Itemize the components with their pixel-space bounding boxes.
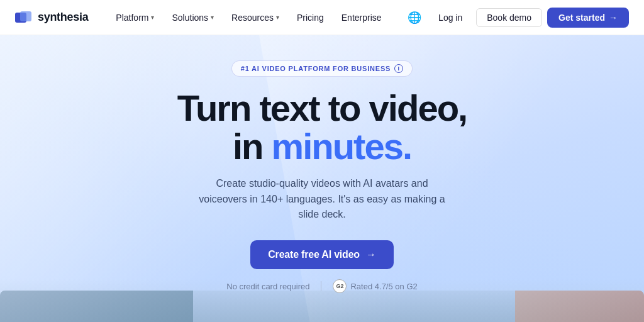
trust-bar: No credit card required G2 Rated 4.7/5 o… bbox=[226, 279, 417, 293]
trust-divider bbox=[321, 281, 321, 291]
globe-icon[interactable]: 🌐 bbox=[404, 8, 425, 28]
solutions-chevron-icon: ▾ bbox=[211, 14, 214, 21]
synthesia-logo-icon bbox=[15, 11, 33, 24]
g2-rating: G2 Rated 4.7/5 on G2 bbox=[333, 279, 417, 293]
hero-accent-text: minutes. bbox=[272, 126, 412, 167]
g2-logo-icon: G2 bbox=[333, 279, 347, 293]
nav-solutions[interactable]: Solutions ▾ bbox=[164, 9, 221, 26]
get-started-button[interactable]: Get started → bbox=[547, 8, 629, 28]
preview-right bbox=[515, 291, 644, 322]
navbar: synthesia Platform ▾ Solutions ▾ Resourc… bbox=[0, 0, 644, 35]
preview-left bbox=[0, 291, 193, 322]
hero-subtitle: Create studio-quality videos with AI ava… bbox=[196, 176, 448, 223]
nav-right: 🌐 Log in Book demo Get started → bbox=[404, 8, 629, 28]
nav-platform[interactable]: Platform ▾ bbox=[108, 9, 162, 26]
resources-chevron-icon: ▾ bbox=[276, 14, 279, 21]
preview-inner bbox=[0, 291, 644, 322]
hero-badge: #1 AI VIDEO PLATFORM FOR BUSINESS i bbox=[231, 60, 413, 77]
cta-arrow-icon: → bbox=[366, 249, 376, 260]
create-free-video-button[interactable]: Create free AI video → bbox=[250, 240, 394, 269]
nav-resources[interactable]: Resources ▾ bbox=[224, 9, 287, 26]
info-icon: i bbox=[394, 64, 403, 73]
rating-text: Rated 4.7/5 on G2 bbox=[350, 282, 417, 291]
svg-rect-1 bbox=[20, 11, 31, 21]
hero-title: Turn text to video, in minutes. bbox=[177, 89, 467, 166]
arrow-right-icon: → bbox=[609, 13, 618, 23]
book-demo-button[interactable]: Book demo bbox=[476, 8, 542, 27]
nav-pricing[interactable]: Pricing bbox=[289, 9, 331, 26]
nav-enterprise[interactable]: Enterprise bbox=[334, 9, 389, 26]
platform-chevron-icon: ▾ bbox=[151, 14, 154, 21]
logo-text: synthesia bbox=[38, 11, 88, 24]
nav-links: Platform ▾ Solutions ▾ Resources ▾ Prici… bbox=[108, 9, 404, 26]
login-button[interactable]: Log in bbox=[430, 9, 471, 26]
no-credit-card-text: No credit card required bbox=[226, 282, 309, 291]
hero-section: #1 AI VIDEO PLATFORM FOR BUSINESS i Turn… bbox=[0, 35, 644, 322]
logo-link[interactable]: synthesia bbox=[15, 11, 88, 24]
